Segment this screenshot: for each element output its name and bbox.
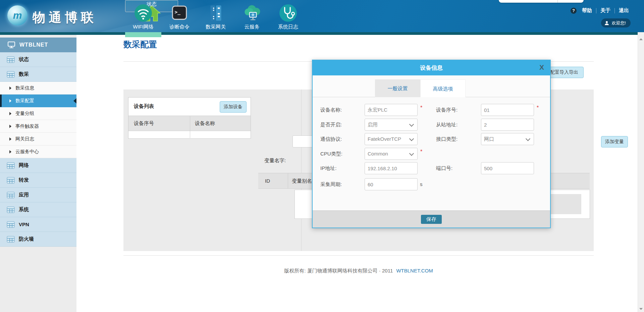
sidebar-item-system[interactable]: 系统 (0, 202, 76, 217)
svg-text:>_: >_ (175, 9, 181, 15)
sidebar-item-dataacq-info[interactable]: 数采信息 (0, 82, 76, 95)
nav-item-cloud[interactable]: 云服务 (234, 0, 270, 32)
enabled-select[interactable]: 启用 (365, 119, 418, 131)
active-left-bar (0, 95, 2, 107)
help-link[interactable]: 帮助 (582, 7, 592, 14)
grid-icon (7, 177, 15, 184)
add-variable-button[interactable]: 添加变量 (601, 136, 628, 147)
cloud-icon (242, 3, 262, 23)
sidebar-item-dataacq-config[interactable]: 数采配置 (0, 95, 76, 107)
sidebar-item-label: 系统 (19, 206, 29, 213)
scroll-up-arrow-icon[interactable] (639, 38, 643, 40)
scroll-down-arrow-icon[interactable] (639, 308, 643, 310)
protocol-label: 通信协议: (320, 136, 342, 142)
device-table-header: 设备序号 设备名称 (128, 116, 251, 131)
sidebar-item-variable-group[interactable]: 变量分组 (0, 107, 76, 120)
interface-type-label: 接口类型: (436, 136, 458, 142)
sidebar-item-label: 转发 (19, 177, 29, 183)
protocol-select[interactable]: FatekOverTCP (365, 133, 418, 145)
sidebar-item-application[interactable]: 应用 (0, 188, 76, 202)
interface-type-select[interactable]: 网口 (481, 133, 534, 145)
cpu-type-select-value: Common (368, 151, 388, 157)
terminal-icon: >_ (170, 3, 189, 23)
sidebar-item-cloud-center[interactable]: 云服务中心 (0, 145, 76, 158)
sidebar-item-label: 防火墙 (19, 236, 34, 242)
chevron-down-icon (409, 136, 414, 141)
footer-divider (123, 255, 594, 256)
gateway-icon (206, 3, 225, 23)
variable-name-label: 变量名字: (264, 158, 286, 164)
top-nav: 状态 WIFI网络 >_ 诊断命令 (125, 0, 306, 32)
page-scrollbar[interactable] (638, 32, 644, 312)
sidebar-title: WTBLNET (19, 42, 48, 48)
logout-link[interactable]: 退出 (619, 7, 629, 14)
slave-address-input[interactable] (481, 119, 534, 131)
copyright-text: 版权所有: 厦门物通博联网络科技有限公司 · 2011 (284, 268, 393, 273)
sidebar-item-event-trigger[interactable]: 事件触发器 (0, 120, 76, 133)
sidebar-item-vpn[interactable]: VPN (0, 217, 76, 232)
device-serial-label: 设备序号: (436, 107, 458, 113)
wifi-icon (133, 3, 153, 23)
cpu-type-label: CPU类型: (320, 151, 342, 157)
sidebar-item-forward[interactable]: 转发 (0, 173, 76, 188)
grid-icon (7, 236, 15, 243)
sidebar-item-label: 网关日志 (15, 136, 34, 142)
sidebar-item-status[interactable]: 状态 (0, 52, 76, 67)
nav-item-diagnostic[interactable]: >_ 诊断命令 (161, 0, 198, 32)
about-link[interactable]: 关于 (600, 7, 610, 14)
user-icon (604, 21, 609, 25)
alias-column-header: 变量别名 (292, 178, 312, 184)
panel-column-divider (301, 89, 302, 251)
welcome-text: 欢迎您! (611, 20, 626, 26)
modal-header: 设备信息 X (313, 60, 550, 75)
nav-item-gateway[interactable]: 数采网关 (198, 0, 234, 32)
required-asterisk: * (537, 105, 539, 111)
top-header: m 物通博联 状态 WIFI网络 (0, 0, 644, 32)
search-box-partial[interactable] (499, 0, 584, 3)
ip-address-input[interactable] (365, 162, 418, 174)
cpu-type-select[interactable]: Common (365, 148, 418, 160)
required-asterisk: * (420, 149, 422, 155)
id-column-header: ID (265, 178, 270, 184)
brand-logo-text: 物通博联 (33, 9, 97, 26)
sidebar-item-dataacq[interactable]: 数采 (0, 67, 76, 82)
sidebar-item-label: 数采配置 (15, 98, 34, 104)
sidebar-item-label: 事件触发器 (15, 123, 39, 129)
device-name-input[interactable] (365, 104, 418, 116)
triangle-icon (9, 86, 11, 90)
device-serial-column-header: 设备序号 (134, 120, 154, 127)
device-list-box: 设备列表 添加设备 设备序号 设备名称 (128, 97, 251, 139)
tab-general-settings[interactable]: 一般设置 (375, 79, 420, 97)
close-icon[interactable]: X (539, 63, 544, 71)
add-device-button[interactable]: 添加设备 (220, 101, 247, 113)
grid-icon (7, 56, 15, 63)
footer-link[interactable]: WTBLNET.COM (396, 268, 433, 273)
poll-cycle-input[interactable] (365, 178, 418, 190)
modal-title: 设备信息 (313, 64, 550, 72)
sidebar-item-network[interactable]: 网络 (0, 158, 76, 173)
save-button[interactable]: 保存 (421, 215, 442, 224)
tab-advanced-options[interactable]: 高级选项 (420, 79, 466, 97)
nav-item-syslog[interactable]: 系统日志 (270, 0, 306, 32)
triangle-icon (9, 150, 11, 153)
sidebar-item-label: VPN (19, 222, 29, 227)
nav-item-wifi[interactable]: WIFI网络 (125, 0, 161, 32)
link-divider (596, 8, 596, 13)
triangle-icon (9, 125, 11, 128)
port-input[interactable] (481, 162, 534, 174)
sidebar-item-firewall[interactable]: 防火墙 (0, 232, 76, 247)
page-title: 数采配置 (123, 39, 157, 50)
help-icon: ? (571, 8, 577, 14)
variable-table-column-divider (288, 173, 288, 188)
chevron-down-icon (409, 151, 414, 156)
required-asterisk: * (420, 105, 422, 111)
nav-label: 系统日志 (270, 24, 306, 30)
sidebar-item-label: 数采信息 (15, 85, 34, 91)
sidebar-item-gateway-log[interactable]: 网关日志 (0, 133, 76, 145)
device-serial-input[interactable] (481, 104, 534, 116)
slave-address-label: 从站地址: (436, 122, 458, 128)
ip-address-label: IP地址: (320, 165, 336, 172)
chevron-down-icon (526, 136, 530, 141)
device-name-label: 设备名称: (320, 107, 342, 113)
active-right-arrow (73, 98, 76, 104)
